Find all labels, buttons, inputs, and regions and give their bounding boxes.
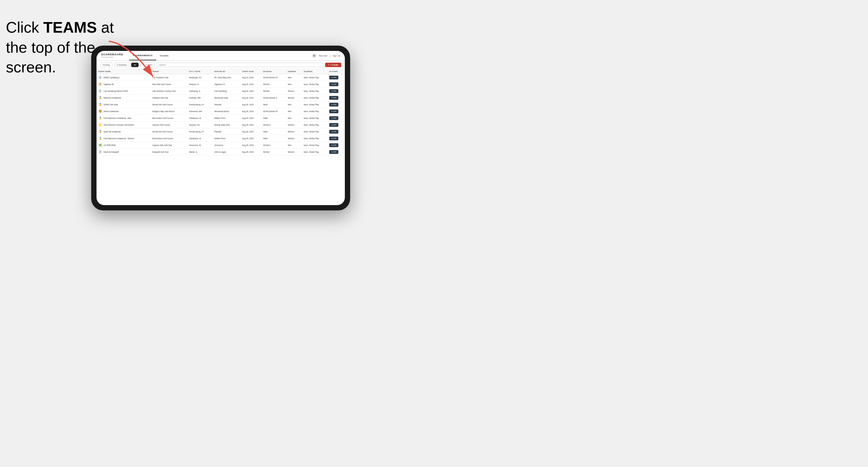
event-name-text: 2023 Women's Hesston Fall Kickoff (103, 124, 133, 126)
edit-button[interactable]: ✎ Edit (329, 116, 338, 120)
cell-hosted-by: John A Logan (213, 149, 240, 155)
create-button[interactable]: + + Create (325, 63, 341, 67)
edit-button[interactable]: ✎ Edit (329, 89, 338, 93)
event-icon: 🏌️ (98, 82, 102, 86)
edit-label: Edit (333, 124, 336, 126)
cell-scoring: team, Stroke Play (302, 81, 328, 88)
event-name-text: Maverick Invitational (103, 97, 121, 99)
edit-button[interactable]: ✎ Edit (329, 143, 338, 147)
table-row: 🦁 Morris Invitational Ruttger's Bay Lake… (96, 108, 345, 115)
cell-hosted-by: Minnesota-Morris (213, 108, 240, 115)
cell-gender: Women (286, 94, 302, 101)
event-icon: ⭐ (98, 123, 102, 127)
filter-icon: ≡ (143, 64, 144, 66)
cell-venue: Park Hills Golf Course (151, 81, 187, 88)
cell-division: NICAA II (261, 122, 286, 128)
edit-button[interactable]: ✎ Edit (329, 123, 338, 127)
cell-venue: Ruttger's Bay Lake Resort (151, 108, 187, 115)
cell-hosted-by: Carl Sandburg (213, 88, 240, 94)
search-input[interactable] (157, 63, 323, 67)
edit-button[interactable]: ✎ Edit (329, 83, 338, 86)
cell-gender: Women (286, 122, 302, 128)
cell-actions: ✎ Edit (328, 128, 345, 135)
cell-venue: Hesston Golf Course (151, 122, 187, 128)
cell-hosted-by: Mt. Saint Mary (NY) (213, 74, 240, 81)
cell-division: NAIA (261, 128, 286, 135)
edit-button[interactable]: ✎ Edit (329, 75, 338, 80)
edit-button[interactable]: ✎ Edit (329, 130, 338, 133)
cell-start-date: Aug 26, 2023 (240, 88, 261, 94)
cell-hosted-by: Murray State (OK) (213, 122, 240, 128)
event-icon: 🏌️ (98, 150, 102, 154)
event-name-text: Morris Invitational (103, 111, 119, 113)
event-name-text: Carl Sandburg Women FA23 (103, 90, 128, 92)
edit-button[interactable]: ✎ Edit (329, 103, 338, 106)
event-name-text: Klash at Kokopelli (103, 151, 119, 153)
cell-venue: Edmundson Golf Course (151, 135, 187, 142)
sign-out-link[interactable]: Sign out (333, 55, 340, 57)
nav-tabs: TOURNAMENTS TEAMS (129, 51, 312, 60)
cell-start-date: Aug 28, 2023 (240, 108, 261, 115)
cell-start-date: Aug 28, 2023 (240, 149, 261, 155)
edit-button[interactable]: ✎ Edit (329, 110, 338, 113)
col-venue: VENUE (151, 69, 187, 74)
edit-button[interactable]: ✎ Edit (329, 150, 338, 154)
header-right: ⚙ Test User | Sign out (312, 54, 340, 58)
edit-label: Edit (333, 131, 336, 132)
edit-label: Edit (333, 117, 336, 119)
cell-venue: Cypress Hills Golf Club (151, 142, 187, 149)
col-scoring: SCORING (302, 69, 328, 74)
instruction-prefix: Click (6, 19, 43, 36)
event-name-text: Highland 36 (103, 83, 114, 85)
cell-event-name: 🏅 Maverick Invitational (96, 94, 151, 101)
edit-label: Edit (333, 111, 336, 112)
tournaments-table: EVENT NAME VENUE CITY, STATE HOSTED BY S… (96, 69, 345, 155)
col-actions: ACTIONS (328, 69, 345, 74)
cell-event-name: 🏌️ Carl Sandburg Women FA23 (96, 88, 151, 94)
separator: | (330, 55, 330, 57)
cell-gender: Men (286, 81, 302, 88)
cell-venue: The Powelton Club (151, 74, 187, 81)
cell-hosted-by: William Penn (213, 135, 240, 142)
table-row: 🏅 UPIKE Fall Invite StoneCrest Golf Cour… (96, 101, 345, 108)
cell-start-date: Aug 25, 2023 (240, 81, 261, 88)
cell-actions: ✎ Edit (328, 88, 345, 94)
cell-start-date: Aug 28, 2023 (240, 101, 261, 108)
cell-gender: Men (286, 101, 302, 108)
cell-event-name: 🌿 VU PREVIEW (96, 142, 151, 149)
event-name-text: VU PREVIEW (103, 144, 116, 146)
cell-city: Faribault, MN (187, 94, 213, 101)
nav-tab-tournaments[interactable]: TOURNAMENTS (129, 51, 156, 60)
cell-event-name: 🏌️ Highland 36 (96, 81, 151, 88)
edit-button[interactable]: ✎ Edit (329, 96, 338, 100)
settings-icon[interactable]: ⚙ (312, 54, 316, 58)
edit-label: Edit (333, 137, 336, 139)
cell-division: NCAA Division III (261, 74, 286, 81)
cell-venue: Lake Bracken Country Club (151, 88, 187, 94)
table-row: 🏌️ MSMC Qualifying 1 The Powelton Club N… (96, 74, 345, 81)
cell-gender: Men (286, 142, 302, 149)
event-icon: 🏅 (98, 116, 102, 120)
tablet-frame: SCOREBOARD Powered by clippit TOURNAMENT… (91, 45, 350, 210)
cell-city: Freeport, IL (187, 81, 213, 88)
nav-tab-teams[interactable]: TEAMS (156, 51, 173, 60)
cell-city: Oskaloosa, IA (187, 115, 213, 122)
cell-gender: Women (286, 135, 302, 142)
filter-button[interactable]: ≡ ≡ Filter (141, 63, 155, 67)
toolbar: Hosting Competing All ≡ ≡ Filter + + Cre… (96, 61, 345, 69)
cell-city: Prestonsburg, KY (187, 101, 213, 108)
cell-hosted-by: Vincennes (213, 142, 240, 149)
col-gender: GENDER (286, 69, 302, 74)
cell-start-date: Aug 24, 2023 (240, 74, 261, 81)
edit-icon: ✎ (331, 144, 333, 146)
all-button[interactable]: All (131, 63, 139, 67)
event-icon: 🌿 (98, 143, 102, 147)
edit-label: Edit (333, 97, 336, 99)
instruction-highlight: TEAMS (43, 19, 97, 36)
event-name-text: Fall Statesmen Invitational - Women (103, 137, 134, 139)
edit-button[interactable]: ✎ Edit (329, 136, 338, 141)
cell-actions: ✎ Edit (328, 81, 345, 88)
table-row: 🏅 Maverick Invitational Faribault Golf C… (96, 94, 345, 101)
table-container: EVENT NAME VENUE CITY, STATE HOSTED BY S… (96, 69, 345, 205)
cell-gender: Women (286, 149, 302, 155)
